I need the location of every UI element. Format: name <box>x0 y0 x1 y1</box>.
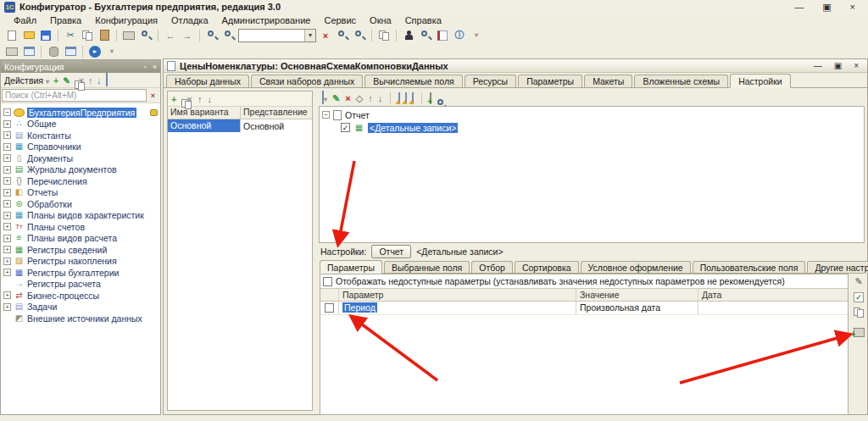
menu-windows[interactable]: Окна <box>363 15 398 25</box>
sidebar-item-reports[interactable]: +◧Отчеты <box>1 187 160 199</box>
edit-button[interactable]: ✎ <box>63 75 70 86</box>
sidebar-item-accumulation-registers[interactable]: +▨Регистры накопления <box>1 256 160 268</box>
copy-parameters-button[interactable] <box>852 306 865 319</box>
expand-icon[interactable]: + <box>3 269 11 276</box>
move-into-group-button[interactable]: ▲ <box>405 93 407 103</box>
expand-icon[interactable]: + <box>3 143 11 151</box>
sidebar-item-charts-of-calculation-types[interactable]: +≡Планы видов расчета <box>1 233 160 245</box>
actions-menu-button[interactable]: Действия ▾ <box>4 75 49 86</box>
tab-settings-parameters[interactable]: Параметры <box>320 260 382 274</box>
doc-close-button[interactable]: × <box>854 61 859 70</box>
syntax-check-button[interactable] <box>335 28 350 42</box>
period-checkbox[interactable] <box>325 303 334 313</box>
variant-presentation-cell[interactable]: Основной <box>241 121 312 131</box>
minimize-button[interactable]: — <box>794 2 804 13</box>
column-variant-name[interactable]: Имя варианта <box>168 107 241 119</box>
tab-parameters[interactable]: Параметры <box>518 75 582 87</box>
variant-up-button[interactable]: ↑ <box>198 94 203 104</box>
help-agent-button[interactable] <box>401 28 416 42</box>
sidebar-item-enums[interactable]: +{}Перечисления <box>1 175 160 187</box>
structure-delete-button[interactable]: × <box>345 93 350 103</box>
new-document-button[interactable] <box>4 28 19 42</box>
configuration-storage-button[interactable] <box>4 44 19 58</box>
menu-help[interactable]: Справка <box>398 15 448 25</box>
report-scope-button[interactable]: Отчет <box>371 245 411 258</box>
menu-debug[interactable]: Отладка <box>164 15 214 25</box>
sidebar-item-charts-of-accounts[interactable]: +ТтПланы счетов <box>1 221 160 233</box>
column-date[interactable]: Дата <box>698 290 848 300</box>
print-preview-button[interactable] <box>138 28 153 42</box>
close-button[interactable]: × <box>850 2 855 13</box>
start-debugging-button[interactable]: ► <box>87 44 103 58</box>
column-parameter[interactable]: Параметр <box>339 289 576 301</box>
variant-name-cell[interactable]: Основной <box>168 119 241 132</box>
sidebar-item-common[interactable]: +∴Общие <box>1 119 160 130</box>
expand-icon[interactable]: + <box>3 212 11 219</box>
cut-button[interactable]: ✂ <box>63 28 78 42</box>
sidebar-item-external-data-sources[interactable]: ◩Внешние источники данных <box>1 313 160 324</box>
structure-down-button[interactable]: ↓ <box>378 93 383 103</box>
tab-conditional-appearance[interactable]: Условное оформление <box>581 261 691 273</box>
panel-close-icon[interactable]: × <box>153 63 157 71</box>
expand-icon[interactable]: + <box>3 177 11 185</box>
doc-restore-button[interactable]: ▣ <box>834 61 842 70</box>
structure-wizard-button[interactable]: ◇ <box>356 93 363 104</box>
clear-search-button[interactable]: × <box>318 28 333 42</box>
debug-options-dropdown[interactable]: ▾ <box>104 44 120 58</box>
expand-icon[interactable]: + <box>3 258 11 265</box>
combobox-dropdown-icon[interactable]: ▾ <box>304 30 315 42</box>
show-unavailable-checkbox[interactable] <box>323 277 332 286</box>
print-button[interactable] <box>121 28 136 42</box>
add-settings-item-button[interactable]: + <box>430 93 431 103</box>
forward-button[interactable]: → <box>180 28 195 42</box>
expand-icon[interactable]: + <box>3 120 11 128</box>
tab-nested-schemas[interactable]: Вложенные схемы <box>634 75 728 87</box>
toolbar-options-dropdown[interactable]: ▾ <box>469 28 484 42</box>
sidebar-item-charts-of-characteristic-types[interactable]: +▦Планы видов характеристик <box>1 210 160 222</box>
panel-button[interactable] <box>63 44 78 58</box>
variant-add-button[interactable]: + <box>171 94 176 104</box>
restore-button[interactable]: ▣ <box>822 2 831 13</box>
menu-edit[interactable]: Правка <box>43 15 88 25</box>
sidebar-item-information-registers[interactable]: +▦Регистры сведений <box>1 244 160 256</box>
database-button[interactable] <box>46 44 61 58</box>
column-variant-presentation[interactable]: Представление <box>241 107 312 119</box>
tab-user-fields[interactable]: Пользовательские поля <box>693 261 806 273</box>
sidebar-item-constants[interactable]: +▤Константы <box>1 130 160 141</box>
move-out-of-group-button[interactable]: ▲ <box>412 93 414 103</box>
structure-up-button[interactable]: ↑ <box>368 93 373 103</box>
sidebar-item-documents[interactable]: +▯Документы <box>1 152 160 164</box>
expand-icon[interactable]: + <box>3 223 11 230</box>
structure-edit-button[interactable]: ✎ <box>332 93 340 104</box>
sidebar-item-calculation-registers[interactable]: →Регистры расчета <box>1 279 160 291</box>
edit-parameter-button[interactable]: ✎ <box>852 275 865 288</box>
move-up-button[interactable]: ↑ <box>88 75 92 86</box>
tab-calculated-fields[interactable]: Вычисляемые поля <box>364 75 462 87</box>
copy-button[interactable] <box>80 28 95 42</box>
structure-add-button[interactable]: ▾ <box>322 93 327 103</box>
search-input[interactable] <box>2 89 147 102</box>
find-button[interactable] <box>221 28 236 42</box>
tab-data-set-links[interactable]: Связи наборов данных <box>251 75 363 87</box>
add-parameter-settings-button[interactable]: + <box>852 326 865 339</box>
add-button[interactable]: + <box>53 75 58 86</box>
expand-icon[interactable]: + <box>3 131 11 139</box>
save-button[interactable] <box>38 28 53 42</box>
expand-icon[interactable]: + <box>3 189 11 197</box>
tab-sorting[interactable]: Сортировка <box>515 261 579 273</box>
parameter-value-cell[interactable]: Произвольная дата <box>576 302 698 314</box>
collapse-icon[interactable]: − <box>3 108 11 116</box>
interface-editor-button[interactable] <box>21 44 36 58</box>
tab-selected-fields[interactable]: Выбранные поля <box>384 261 470 273</box>
help-search-button[interactable] <box>418 28 433 42</box>
tree-root-configuration[interactable]: − БухгалтерияПредприятия <box>1 107 160 119</box>
find-in-doc-button[interactable] <box>204 28 220 42</box>
expand-icon[interactable]: + <box>3 235 11 242</box>
expand-icon[interactable]: + <box>3 246 11 253</box>
sidebar-item-catalogs[interactable]: +▦Справочники <box>1 141 160 153</box>
menu-service[interactable]: Сервис <box>317 15 363 25</box>
sidebar-item-tasks[interactable]: +▤Задачи <box>1 302 160 313</box>
info-button[interactable]: ⓘ <box>452 28 467 42</box>
sidebar-item-document-journals[interactable]: +▤Журналы документов <box>1 164 160 176</box>
menu-file[interactable]: Файл <box>7 15 43 25</box>
